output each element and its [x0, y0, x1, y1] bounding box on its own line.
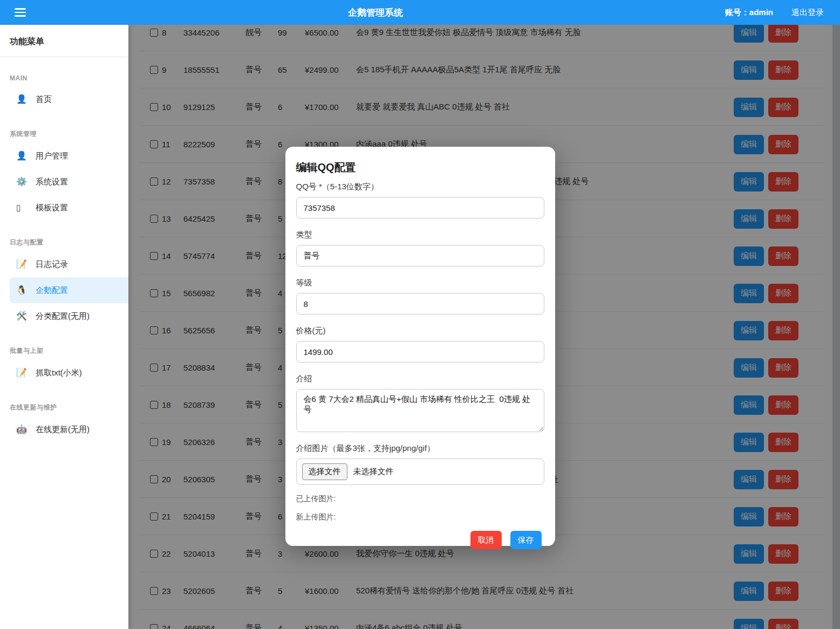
divider	[0, 57, 128, 57]
sidebar-item[interactable]: 🤖 在线更新(无用)	[0, 416, 128, 442]
sidebar-item-label: 用户管理	[36, 151, 68, 161]
user-icon: 👤	[16, 152, 28, 160]
file-input[interactable]: 选择文件 未选择文件	[296, 459, 544, 485]
sidebar-nav: MAIN 👤 首页 系统管理 👤 用户管理 ⚙️ 系统设置 ▯ 模板设置 日志与…	[0, 74, 128, 442]
sidebar-item[interactable]: 📝 日志记录	[0, 251, 128, 277]
images-label: 介绍图片（最多3张，支持jpg/png/gif）	[296, 443, 544, 454]
sidebar-section-label: 批量与上架	[0, 346, 128, 355]
top-bar: 企鹅管理系统 账号：admin 退出登录	[0, 0, 840, 25]
type-label: 类型	[296, 230, 544, 240]
sidebar-item[interactable]: ▯ 模板设置	[0, 195, 128, 221]
logout-button[interactable]: 退出登录	[791, 8, 824, 18]
sidebar-item-label: 首页	[36, 94, 52, 105]
qq-number-label: QQ号 *（5-13位数字）	[296, 182, 544, 192]
memo-icon: 📝	[16, 368, 28, 377]
level-label: 等级	[296, 278, 544, 288]
price-label: 价格(元)	[296, 326, 544, 336]
sidebar-item[interactable]: 👤 用户管理	[0, 143, 128, 169]
sidebar-section-label: 在线更新与维护	[0, 403, 128, 412]
app-title: 企鹅管理系统	[26, 6, 725, 19]
sidebar-title: 功能菜单	[0, 25, 128, 57]
cancel-button[interactable]: 取消	[470, 531, 502, 549]
sidebar-item-label: 抓取txt(小米)	[36, 368, 82, 378]
intro-label: 介绍	[296, 374, 544, 384]
sidebar-item[interactable]: 👤 首页	[0, 86, 128, 112]
penguin-icon: 🐧	[16, 286, 28, 295]
hamburger-menu-icon[interactable]	[15, 6, 26, 19]
scrollbar[interactable]	[832, 25, 840, 629]
price-field[interactable]	[296, 341, 544, 363]
gear-icon: ⚙️	[16, 177, 28, 186]
modal-title: 编辑QQ配置	[296, 160, 544, 175]
choose-file-button[interactable]: 选择文件	[302, 463, 347, 480]
sidebar-item[interactable]: 🛠️ 分类配置(无用)	[0, 303, 128, 329]
uploaded-images-label: 已上传图片:	[296, 494, 544, 504]
new-upload-images-label: 新上传图片:	[296, 512, 544, 522]
robot-icon: 🤖	[16, 425, 28, 434]
no-file-text: 未选择文件	[353, 467, 394, 477]
home-icon: 👤	[16, 95, 28, 104]
sidebar-section-label: 系统管理	[0, 129, 128, 139]
sidebar-item[interactable]: ⚙️ 系统设置	[0, 169, 128, 195]
sidebar-item-label: 分类配置(无用)	[36, 311, 90, 322]
tools-icon: 🛠️	[16, 312, 28, 320]
sidebar-item[interactable]: 🐧 企鹅配置	[10, 277, 128, 303]
topbar-right: 账号：admin 退出登录	[725, 8, 824, 18]
qq-number-field[interactable]	[296, 197, 544, 218]
sidebar-item-label: 在线更新(无用)	[36, 425, 90, 435]
sidebar-item-label: 模板设置	[36, 203, 68, 213]
sidebar-section-label: 日志与配置	[0, 238, 128, 247]
edit-qq-modal: 编辑QQ配置 QQ号 *（5-13位数字） 类型 等级 价格(元) 介绍 会6 …	[285, 147, 555, 546]
sidebar-item-label: 系统设置	[36, 177, 68, 187]
intro-field[interactable]: 会6 黄 7大会2 精品真山号+假山 市场稀有 性价比之王 0违规 处号	[296, 389, 544, 432]
sidebar-section-label: MAIN	[0, 74, 128, 82]
sidebar: 功能菜单 MAIN 👤 首页 系统管理 👤 用户管理 ⚙️ 系统设置 ▯ 模板设…	[0, 25, 128, 629]
level-field[interactable]	[296, 293, 544, 314]
account-label: 账号：admin	[725, 8, 773, 18]
sidebar-item-label: 企鹅配置	[36, 285, 68, 296]
sidebar-item[interactable]: 📝 抓取txt(小米)	[0, 360, 128, 386]
sidebar-item-label: 日志记录	[36, 259, 68, 270]
save-button[interactable]: 保存	[510, 531, 542, 549]
modal-actions: 取消 保存	[296, 531, 544, 549]
type-field[interactable]	[296, 245, 544, 266]
template-icon: ▯	[16, 203, 28, 212]
memo-icon: 📝	[16, 260, 28, 269]
